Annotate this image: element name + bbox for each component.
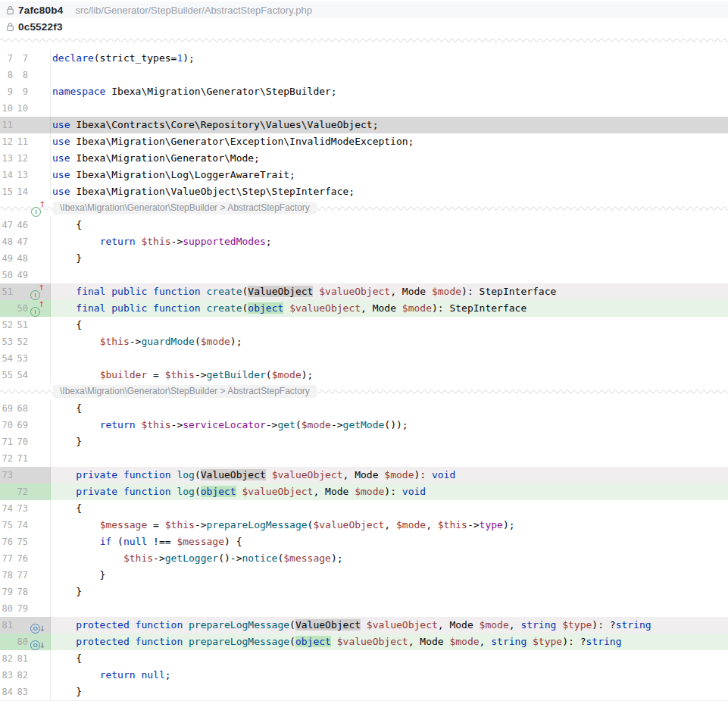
diff-row: 6968 { <box>0 400 728 417</box>
code-token: null <box>141 669 164 681</box>
code-line[interactable]: use Ibexa\Migration\Log\LoggerAwareTrait… <box>51 167 728 183</box>
code-token: ); <box>331 552 343 564</box>
code-line[interactable]: } <box>51 567 728 584</box>
code-line[interactable]: final public function create(object $val… <box>51 300 728 317</box>
code-line[interactable]: $builder = $this->getBuilder($mode); <box>51 367 728 383</box>
code-token: final <box>76 302 105 314</box>
code-token: getBuilder <box>207 369 266 380</box>
code-line[interactable]: namespace Ibexa\Migration\Generator\Step… <box>51 83 728 100</box>
line-number-old: 53 <box>0 333 13 350</box>
code-token: $valueObject <box>272 469 343 480</box>
implemented-method-icon[interactable]: I↑ <box>30 286 43 297</box>
code-token: getLogger <box>165 552 218 564</box>
code-line[interactable]: protected function prepareLogMessage(obj… <box>51 634 728 650</box>
code-line[interactable]: } <box>51 250 728 267</box>
code-token: notice <box>242 552 277 564</box>
collapsed-region-label[interactable]: \Ibexa\Migration\Generator\StepBuilder >… <box>53 202 317 214</box>
code-token: ; <box>266 236 272 247</box>
diff-row: 80O↓ protected function prepareLogMessag… <box>0 634 728 650</box>
code-token: private <box>76 486 117 497</box>
line-number-old: 73 <box>0 467 13 484</box>
code-line[interactable]: return null; <box>51 667 728 684</box>
code-token: ValueObject <box>295 619 361 631</box>
gutter: 7473 <box>0 500 51 517</box>
code-line[interactable] <box>51 267 728 283</box>
code-token: , Mode <box>438 619 480 631</box>
gutter: 80O↓ <box>0 634 51 650</box>
code-token: { <box>52 502 82 514</box>
gutter-icon-slot: O↓ <box>28 617 50 634</box>
line-number-old <box>0 634 13 650</box>
code-token: -> <box>331 419 343 430</box>
code-line[interactable] <box>51 67 728 83</box>
gutter-icon-slot <box>28 117 50 133</box>
code-line[interactable]: $message = $this->prepareLogMessage($val… <box>51 517 728 534</box>
diff-row: 7069 return $this->serviceLocator->get($… <box>0 417 728 433</box>
gutter-icon-slot <box>28 150 50 167</box>
code-token: Ibexa\Migration\ValueObject\Step\StepInt… <box>70 186 355 197</box>
code-line[interactable]: } <box>51 684 728 700</box>
code-token: private <box>76 469 117 480</box>
diff-row: 5251 { <box>0 317 728 333</box>
code-line[interactable]: declare(strict_types=1); <box>51 50 728 67</box>
gutter-icon-slot <box>28 233 50 250</box>
gutter: 1010 <box>0 100 51 117</box>
overridden-method-icon[interactable]: O↓ <box>30 637 43 647</box>
code-line[interactable]: final public function create(ValueObject… <box>51 283 728 300</box>
code-token: -> <box>153 552 165 564</box>
code-line[interactable]: private function log(ValueObject $valueO… <box>51 467 728 484</box>
code-token: ); <box>503 519 515 530</box>
code-token <box>52 469 76 480</box>
collapsed-region-label[interactable]: \Ibexa\Migration\Generator\StepBuilder >… <box>53 385 317 398</box>
code-line[interactable]: return $this->supportedModes; <box>51 233 728 250</box>
code-line[interactable]: protected function prepareLogMessage(Val… <box>51 617 728 634</box>
code-line[interactable]: private function log(object $valueObject… <box>51 484 728 500</box>
code-line[interactable] <box>51 600 728 617</box>
code-line[interactable]: { <box>51 217 728 233</box>
code-token <box>52 336 100 347</box>
code-line[interactable]: $this->guardMode($mode); <box>51 333 728 350</box>
code-line[interactable]: { <box>51 650 728 667</box>
line-number-old: 79 <box>0 584 13 600</box>
code-line[interactable]: { <box>51 317 728 333</box>
code-line[interactable]: if (null !== $message) { <box>51 534 728 550</box>
implemented-method-icon[interactable]: I↑ <box>31 203 44 214</box>
code-line[interactable]: use Ibexa\Contracts\Core\Repository\Valu… <box>51 117 728 133</box>
diff-viewer: 7afc80b4 src/lib/Generator/StepBuilder/A… <box>0 0 728 701</box>
code-line[interactable]: { <box>51 400 728 417</box>
implemented-method-icon[interactable]: I↑ <box>30 303 43 314</box>
code-token: $mode <box>302 419 331 430</box>
code-line[interactable]: use Ibexa\Migration\ValueObject\Step\Ste… <box>51 183 728 200</box>
overridden-method-icon[interactable]: O↓ <box>30 620 43 631</box>
code-token: -> <box>195 369 207 380</box>
code-line[interactable]: use Ibexa\Migration\Generator\Mode; <box>51 150 728 167</box>
code-line[interactable] <box>51 100 728 117</box>
line-number-new: 10 <box>13 100 28 117</box>
line-number-new <box>13 283 28 300</box>
code-token: -> <box>171 236 183 247</box>
code-line[interactable]: $this->getLogger()->notice($message); <box>51 550 728 567</box>
code-token: $message <box>177 536 224 547</box>
code-token <box>556 619 562 631</box>
code-line[interactable] <box>51 350 728 367</box>
line-number-new: 69 <box>13 417 28 433</box>
code-line[interactable]: use Ibexa\Migration\Generator\Exception\… <box>51 133 728 150</box>
gutter-icon-slot <box>28 417 50 433</box>
code-line[interactable]: return $this->serviceLocator->get($mode-… <box>51 417 728 433</box>
collapsed-region-separator: \Ibexa\Migration\Generator\StepBuilder >… <box>0 383 728 400</box>
code-line[interactable]: { <box>51 500 728 517</box>
code-line[interactable]: } <box>51 584 728 600</box>
line-number-new: 7 <box>13 50 28 67</box>
line-number-new <box>13 617 28 634</box>
code-token: ( <box>289 636 295 647</box>
line-number-old: 13 <box>0 150 13 167</box>
code-line[interactable] <box>51 450 728 467</box>
line-number-new: 48 <box>13 250 28 267</box>
code-token: null <box>123 536 147 547</box>
line-number-new: 46 <box>13 217 28 233</box>
line-number-old: 10 <box>0 100 13 117</box>
code-token <box>52 536 100 547</box>
gutter: 7776 <box>0 550 51 567</box>
line-number-old: 7 <box>0 50 13 67</box>
code-line[interactable]: } <box>51 433 728 450</box>
